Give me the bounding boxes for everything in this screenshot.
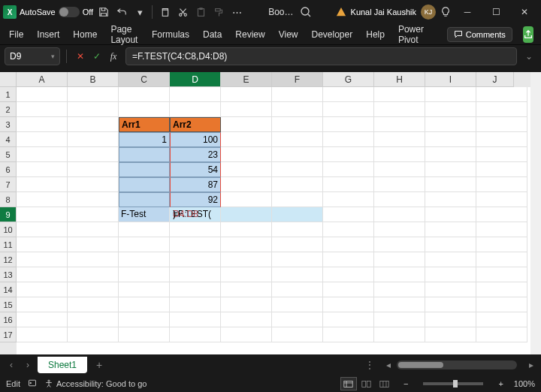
row-header[interactable]: 5	[0, 147, 17, 162]
cell[interactable]: 1	[119, 132, 170, 147]
tab-data[interactable]: Data	[201, 26, 223, 43]
horizontal-scrollbar[interactable]	[397, 360, 517, 369]
sheet-tab[interactable]: Sheet1	[38, 357, 87, 373]
row-header[interactable]: 12	[0, 252, 17, 267]
paste-icon[interactable]	[193, 5, 208, 20]
col-header[interactable]: D	[170, 72, 221, 87]
row-headers: 1 2 3 4 5 6 7 8 9 10 11 12 13 14 15 16 1…	[0, 87, 17, 354]
cell[interactable]: 92	[170, 192, 221, 207]
row-header[interactable]: 3	[0, 117, 17, 132]
row-header[interactable]: 13	[0, 267, 17, 282]
close-button[interactable]: ✕	[511, 2, 538, 23]
row-header[interactable]: 1	[0, 87, 17, 102]
tab-page-layout[interactable]: Page Layout	[109, 21, 140, 48]
row-header[interactable]: 10	[0, 222, 17, 237]
cell[interactable]	[119, 192, 170, 207]
hscroll-right-icon[interactable]: ▸	[526, 360, 536, 370]
tab-review[interactable]: Review	[234, 26, 266, 43]
cancel-formula-button[interactable]: ✕	[73, 49, 88, 64]
save-icon[interactable]	[96, 5, 111, 20]
comments-button[interactable]: Comments	[447, 27, 512, 42]
col-header[interactable]: I	[425, 72, 476, 87]
col-header[interactable]: A	[17, 72, 68, 87]
accept-formula-button[interactable]: ✓	[89, 49, 104, 64]
redo-dropdown-icon[interactable]: ▾	[132, 5, 147, 20]
row-header[interactable]: 7	[0, 177, 17, 192]
row-header[interactable]: 11	[0, 237, 17, 252]
toggle-switch-icon[interactable]	[59, 7, 80, 17]
page-break-view-button[interactable]	[376, 377, 393, 390]
col-header[interactable]: F	[272, 72, 323, 87]
row-header[interactable]: 14	[0, 282, 17, 297]
minimize-button[interactable]: ─	[454, 2, 481, 23]
tab-developer[interactable]: Developer	[310, 26, 355, 43]
row-header[interactable]: 8	[0, 192, 17, 207]
cell[interactable]	[119, 162, 170, 177]
add-sheet-button[interactable]: +	[90, 357, 108, 372]
row-header[interactable]: 6	[0, 162, 17, 177]
undo-icon[interactable]	[114, 5, 129, 20]
tab-file[interactable]: File	[8, 26, 25, 43]
tab-help[interactable]: Help	[364, 26, 386, 43]
row-header[interactable]: 9	[0, 207, 17, 222]
page-layout-view-button[interactable]	[358, 377, 375, 390]
maximize-button[interactable]: ☐	[482, 2, 509, 23]
zoom-out-button[interactable]: −	[400, 379, 411, 388]
status-mode: Edit	[6, 379, 20, 388]
zoom-slider[interactable]	[423, 382, 483, 385]
sheet-menu-icon[interactable]: ⋮	[359, 360, 380, 370]
cell[interactable]: Arr2	[170, 117, 221, 132]
name-box[interactable]: D9 ▾	[5, 47, 60, 65]
copy-icon[interactable]	[157, 5, 172, 20]
expand-formula-bar-icon[interactable]: ⌄	[521, 51, 536, 62]
row-header[interactable]: 15	[0, 297, 17, 312]
tab-power-pivot[interactable]: Power Pivot	[397, 21, 426, 48]
search-icon[interactable]	[300, 6, 312, 18]
formula-input[interactable]: =F.TEST(C4:C8,D4:D8)	[125, 47, 517, 65]
normal-view-button[interactable]	[340, 377, 357, 390]
cell[interactable]	[119, 177, 170, 192]
cell[interactable]: 54	[170, 162, 221, 177]
col-header[interactable]: E	[221, 72, 272, 87]
zoom-in-button[interactable]: +	[495, 379, 506, 388]
sheet-nav-prev-icon[interactable]: ‹	[5, 358, 18, 372]
tab-insert[interactable]: Insert	[35, 26, 61, 43]
cell[interactable]: 100	[170, 132, 221, 147]
fx-icon[interactable]: fx	[106, 49, 121, 64]
autosave-toggle[interactable]: AutoSave Off	[20, 7, 93, 17]
hscroll-left-icon[interactable]: ◂	[383, 360, 394, 370]
tab-view[interactable]: View	[277, 26, 300, 43]
col-header[interactable]: G	[323, 72, 374, 87]
select-all-corner[interactable]	[0, 72, 17, 87]
zoom-level[interactable]: 100%	[514, 379, 535, 388]
tab-home[interactable]: Home	[71, 26, 98, 43]
cell[interactable]: 23	[170, 147, 221, 162]
tab-formulas[interactable]: Formulas	[150, 26, 191, 43]
vertical-scrollbar[interactable]	[530, 72, 541, 354]
cells-area[interactable]: Arr1Arr2 1100 23 54 87 92 F-Test =F.TEST…	[17, 87, 530, 354]
sheet-nav-next-icon[interactable]: ›	[21, 358, 35, 372]
col-header[interactable]: H	[374, 72, 425, 87]
cell[interactable]: F-Test	[119, 207, 170, 222]
format-painter-icon[interactable]	[211, 5, 226, 20]
qat-overflow-icon[interactable]: ⋯	[229, 5, 244, 20]
cell[interactable]: Arr1	[119, 117, 170, 132]
active-cell[interactable]: =F.TEST(C4:C8,D4:D8)	[170, 207, 221, 222]
svg-point-8	[30, 382, 32, 384]
row-header[interactable]: 4	[0, 132, 17, 147]
col-header[interactable]: B	[68, 72, 119, 87]
col-header[interactable]: J	[476, 72, 514, 87]
user-avatar[interactable]: KJ	[421, 5, 436, 20]
lightbulb-icon[interactable]	[440, 7, 451, 17]
chevron-down-icon[interactable]: ▾	[51, 53, 55, 60]
row-header[interactable]: 2	[0, 102, 17, 117]
row-header[interactable]: 17	[0, 327, 17, 342]
row-header[interactable]: 16	[0, 312, 17, 327]
macro-record-icon[interactable]	[28, 378, 37, 389]
col-header[interactable]: C	[119, 72, 170, 87]
cut-icon[interactable]	[175, 5, 190, 20]
cell[interactable]	[119, 147, 170, 162]
share-button[interactable]	[523, 26, 533, 43]
cell[interactable]: 87	[170, 177, 221, 192]
spreadsheet-grid[interactable]: A B C D E F G H I J 1 2 3 4 5 6 7 8 9 10…	[0, 72, 541, 354]
